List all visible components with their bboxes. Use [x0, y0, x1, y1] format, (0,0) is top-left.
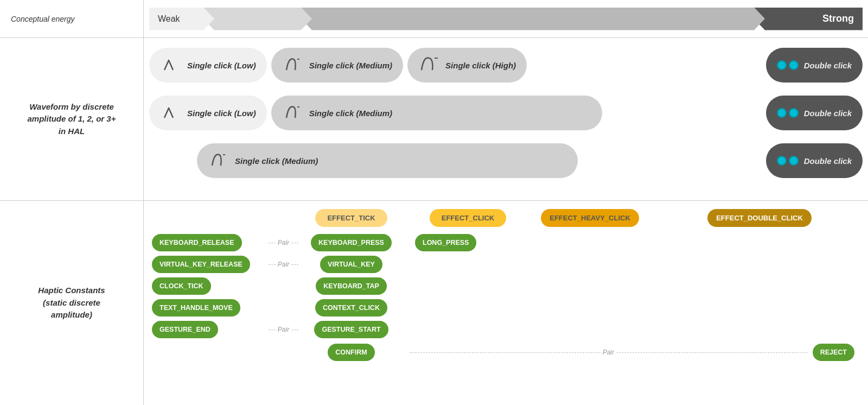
arrow-mid2 [301, 8, 765, 30]
teal-circle-2 [789, 60, 799, 70]
single-click-medium-pill-r3: Single click (Medium) [197, 143, 578, 178]
waveform-row-3: Single click (Medium) Double click [149, 139, 863, 182]
gesture-start-btn[interactable]: GESTURE_START [314, 321, 388, 338]
effect-heavy-click-badge: EFFECT_HEAVY_CLICK [541, 209, 639, 227]
keyboard-release-btn[interactable]: KEYBOARD_RELEASE [152, 234, 242, 251]
medium-wave-icon-r2 [282, 102, 305, 124]
gesture-row: GESTURE_END Pair GESTURE_START [152, 321, 860, 338]
waveform-label: Waveform by discreteamplitude of 1, 2, o… [0, 38, 143, 201]
double-click-icon-r2 [777, 108, 799, 118]
double-click-icon-r3 [777, 156, 799, 166]
double-click-icon-r1 [777, 60, 799, 70]
effect-click-badge: EFFECT_CLICK [430, 209, 507, 227]
keyboard-row: KEYBOARD_RELEASE Pair KEYBOARD_PRESS [152, 234, 860, 251]
single-click-low-pill-r2: Single click (Low) [149, 96, 267, 130]
gesture-end-btn[interactable]: GESTURE_END [152, 321, 218, 338]
effects-labels-row: EFFECT_TICK EFFECT_CLICK EFFECT_HEAVY_CL… [152, 209, 860, 227]
waveform-row-2: Single click (Low) Single click (Medium) [149, 91, 863, 135]
double-click-label-r3: Double click [804, 156, 852, 166]
effect-tick-badge: EFFECT_TICK [315, 209, 387, 227]
teal-circle-5 [777, 156, 787, 166]
arrow-bar-row: Weak Strong [144, 0, 868, 38]
effect-double-click-badge: EFFECT_DOUBLE_CLICK [707, 209, 812, 227]
clock-tick-row: CLOCK_TICK KEYBOARD_TAP [152, 277, 860, 295]
single-click-medium-label-r3: Single click (Medium) [235, 156, 318, 166]
confirm-reject-row: CONFIRM Pair REJECT [152, 344, 860, 361]
waveform-section: Single click (Low) Single click (Medium) [144, 38, 868, 201]
haptic-label: Haptic Constants(static discreteamplitud… [0, 201, 143, 405]
text-handle-row: TEXT_HANDLE_MOVE CONTEXT_CLICK [152, 299, 860, 317]
single-click-medium-label-r1: Single click (Medium) [309, 61, 392, 70]
teal-circle-4 [789, 108, 799, 118]
medium-wave-icon-r1 [282, 54, 305, 77]
single-click-medium-pill-r2: Single click (Medium) [271, 96, 603, 130]
left-labels: Conceptual energy Waveform by discreteam… [0, 0, 144, 405]
double-click-pill-r1: Double click [766, 48, 863, 83]
keyboard-press-btn[interactable]: KEYBOARD_PRESS [311, 234, 392, 251]
pair-label-1: Pair [278, 239, 289, 246]
main-container: Conceptual energy Waveform by discreteam… [0, 0, 868, 405]
virtual-key-release-btn[interactable]: VIRTUAL_KEY_RELEASE [152, 256, 250, 273]
teal-circle-3 [777, 108, 787, 118]
virtual-key-btn[interactable]: VIRTUAL_KEY [320, 256, 382, 273]
reject-btn[interactable]: REJECT [813, 344, 854, 361]
single-click-medium-pill-r1: Single click (Medium) [271, 48, 403, 83]
pair-label-4: Pair [603, 349, 614, 356]
single-click-medium-label-r2: Single click (Medium) [309, 109, 392, 118]
waveform-row-1: Single click (Low) Single click (Medium) [149, 43, 863, 87]
arrow-weak: Weak [149, 8, 214, 30]
low-wave-icon-r2 [160, 102, 183, 124]
medium-wave-icon-r3 [208, 149, 231, 172]
pair-label-3: Pair [278, 326, 289, 333]
low-wave-icon [160, 54, 183, 77]
teal-circle-1 [777, 60, 787, 70]
arrow-mid1 [203, 8, 312, 30]
arrow-strong: Strong [754, 8, 863, 30]
high-wave-icon [418, 54, 441, 77]
single-click-low-label-r1: Single click (Low) [187, 61, 256, 70]
haptic-section: EFFECT_TICK EFFECT_CLICK EFFECT_HEAVY_CL… [144, 201, 868, 405]
context-click-btn[interactable]: CONTEXT_CLICK [315, 299, 387, 317]
constants-rows: KEYBOARD_RELEASE Pair KEYBOARD_PRESS [152, 234, 860, 397]
double-click-pill-r3: Double click [766, 143, 863, 178]
keyboard-tap-btn[interactable]: KEYBOARD_TAP [316, 277, 387, 295]
single-click-low-pill-r1: Single click (Low) [149, 48, 267, 83]
single-click-low-label-r2: Single click (Low) [187, 109, 256, 118]
double-click-pill-r2: Double click [766, 96, 863, 130]
virtual-key-row: VIRTUAL_KEY_RELEASE Pair VIRTUAL_KEY [152, 256, 860, 273]
single-click-high-pill: Single click (High) [407, 48, 527, 83]
single-click-high-label: Single click (High) [445, 61, 516, 70]
double-click-label-r2: Double click [804, 109, 852, 118]
arrow-bar: Weak Strong [149, 8, 863, 30]
long-press-btn[interactable]: LONG_PRESS [415, 234, 476, 251]
text-handle-move-btn[interactable]: TEXT_HANDLE_MOVE [152, 299, 240, 317]
conceptual-energy-label: Conceptual energy [0, 0, 143, 38]
content-area: Weak Strong Sing [144, 0, 868, 405]
teal-circle-6 [789, 156, 799, 166]
confirm-btn[interactable]: CONFIRM [328, 344, 374, 361]
pair-label-2: Pair [278, 261, 289, 268]
clock-tick-btn[interactable]: CLOCK_TICK [152, 277, 211, 295]
double-click-label-r1: Double click [804, 61, 852, 70]
